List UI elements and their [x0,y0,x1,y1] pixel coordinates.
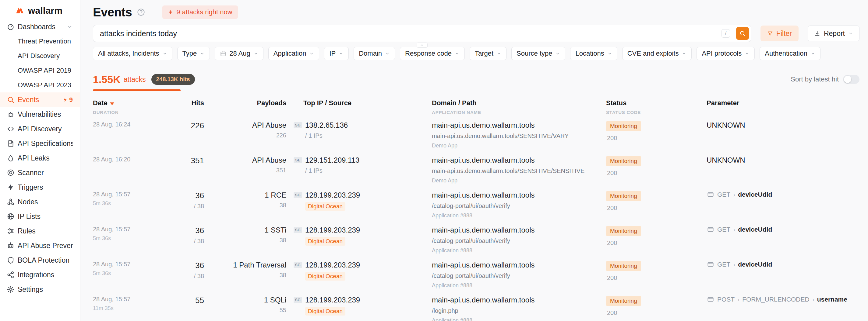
filter-chip-cve-exploits[interactable]: CVE and exploits [622,47,692,60]
sidebar-item-api-discovery[interactable]: API Discovery [0,121,80,136]
filter-chip-application[interactable]: Application [268,47,319,60]
event-date: 28 Aug, 15:575m 36s [93,226,178,261]
table-row[interactable]: 28 Aug, 15:5711m 35s 55 1 SQLi55 SG128.1… [93,296,860,321]
attacks-now-badge[interactable]: 9 attacks right now [162,5,238,19]
sidebar-item-api-specifications[interactable]: API Specifications [0,136,80,151]
shield-icon [7,256,14,264]
separator: › [733,226,735,233]
chevron-down-icon [162,51,167,56]
sidebar-item-triggers[interactable]: Triggers [0,180,80,194]
sidebar-item-nodes[interactable]: Nodes [0,194,80,209]
filter-chip-locations[interactable]: Locations [570,47,617,60]
source-provider-badge: Digital Ocean [305,272,345,281]
event-domain-path: main-api.us.demo.wallarm.tools /login.ph… [422,296,596,321]
source-provider-badge: Digital Ocean [305,307,345,316]
event-date: 28 Aug, 15:575m 36s [93,191,178,226]
column-header-domain[interactable]: Domain / Path APPLICATION NAME [422,99,596,117]
status-code: 200 [606,135,696,142]
event-top-ip: SG128.199.203.239 Digital Ocean [286,261,422,296]
sidebar-item-api-abuse-prevention[interactable]: API Abuse Prevention [0,238,80,253]
status-badge: Monitoring [606,191,641,201]
column-header-hits[interactable]: Hits [178,99,204,117]
sidebar-item-threat-prevention[interactable]: Threat Prevention [0,34,80,49]
chevron-up-icon [420,43,424,47]
event-domain-path: main-api.us.demo.wallarm.tools main-api.… [422,156,596,191]
source-provider-badge: Digital Ocean [305,237,345,246]
filter-chip-ip[interactable]: IP [324,47,349,60]
table-row[interactable]: 28 Aug, 16:20 351 API Abuse351 SE129.151… [93,156,860,191]
sidebar-nav: Dashboards Threat Prevention API Discove… [0,20,80,297]
share-icon [7,271,14,279]
event-hits: 226 [178,121,204,156]
search-button[interactable] [736,27,749,40]
country-flag-icon: SG [293,192,302,198]
browser-window-icon [707,296,714,303]
chevron-down-icon [339,51,344,56]
sidebar-item-rules[interactable]: Rules [0,224,80,238]
table-row[interactable]: 28 Aug, 15:575m 36s 36/ 38 1 RCE38 SG128… [93,191,860,226]
chevron-down-icon [848,31,853,36]
attacks-count-label: attacks [124,75,146,83]
event-domain-path: main-api.us.demo.wallarm.tools main-api.… [422,121,596,156]
filter-chip-authentication[interactable]: Authentication [760,47,820,60]
chevron-down-icon [200,51,205,56]
sort-by-latest-hit-toggle[interactable] [843,75,860,84]
column-header-top-ip[interactable]: Top IP / Source [286,99,422,117]
event-payload: API Abuse351 [204,156,286,191]
sidebar-item-owasp-api-2019[interactable]: OWASP API 2019 [0,63,80,78]
lightning-icon [168,9,173,15]
column-header-parameter[interactable]: Parameter [696,99,860,117]
search-icon [739,30,746,37]
sidebar-item-owasp-api-2023[interactable]: OWASP API 2023 [0,78,80,93]
filter-chip-type[interactable]: Type [177,47,210,60]
filter-chip-date[interactable]: 28 Aug [215,47,264,60]
chevron-down-icon [745,51,749,56]
separator: › [733,191,735,198]
event-domain-path: main-api.us.demo.wallarm.tools /catalog-… [422,191,596,226]
event-top-ip: SG138.2.65.136 / 1 IPs [286,121,422,156]
sidebar-item-integrations[interactable]: Integrations [0,268,80,282]
event-date: 28 Aug, 16:24 [93,121,178,156]
column-header-payloads[interactable]: Payloads [204,99,286,117]
filter-button[interactable]: Filter [761,26,799,41]
filter-chip-response-code[interactable]: Response code [400,47,465,60]
nodes-icon [7,198,14,206]
sidebar-item-scanner[interactable]: Scanner [0,165,80,180]
status-code: 200 [606,205,696,212]
main-content: Events 9 attacks right now / Filter [81,0,868,321]
filter-chip-api-protocols[interactable]: API protocols [696,47,755,60]
sidebar-item-settings[interactable]: Settings [0,282,80,297]
event-status: Monitoring 200 [596,296,696,321]
event-status: Monitoring 200 [596,226,696,261]
event-payload: API Abuse226 [204,121,286,156]
lightning-icon [7,183,14,191]
event-payload: 1 SSTi38 [204,226,286,261]
filter-chip-attack-type[interactable]: All attacks, Incidents [93,47,173,60]
toggle-knob [844,76,851,83]
sidebar-item-dashboards[interactable]: Dashboards [0,20,80,34]
table-row[interactable]: 28 Aug, 15:575m 36s 36/ 38 1 Path Traver… [93,261,860,296]
sidebar-item-api-discovery-dashboard[interactable]: API Discovery [0,49,80,63]
browser-window-icon [707,226,714,233]
document-icon [7,140,14,147]
collapse-search-handle[interactable] [416,42,428,48]
filter-chip-source-type[interactable]: Source type [512,47,565,60]
sidebar-item-vulnerabilities[interactable]: Vulnerabilities [0,107,80,121]
search-input[interactable] [93,25,751,42]
table-row[interactable]: 28 Aug, 15:575m 36s 36/ 38 1 SSTi38 SG12… [93,226,860,261]
wallarm-logo[interactable]: wallarm [0,4,80,20]
filter-chip-target[interactable]: Target [470,47,506,60]
sidebar-item-api-leaks[interactable]: API Leaks [0,151,80,165]
help-icon[interactable] [137,8,145,16]
app-root: wallarm Dashboards Threat Prevention API… [0,0,868,321]
filter-chip-domain[interactable]: Domain [353,47,395,60]
sidebar-item-events[interactable]: Events 9 [0,93,80,107]
page-title: Events [93,5,132,19]
sidebar-item-ip-lists[interactable]: IP Lists [0,209,80,224]
sidebar-item-bola-protection[interactable]: BOLA Protection [0,253,80,268]
table-row[interactable]: 28 Aug, 16:24 226 API Abuse226 SG138.2.6… [93,121,860,156]
column-header-date[interactable]: Date DURATION [93,99,178,117]
report-button[interactable]: Report [808,26,860,41]
event-hits: 351 [178,156,204,191]
column-header-status[interactable]: Status STATUS CODE [596,99,696,117]
